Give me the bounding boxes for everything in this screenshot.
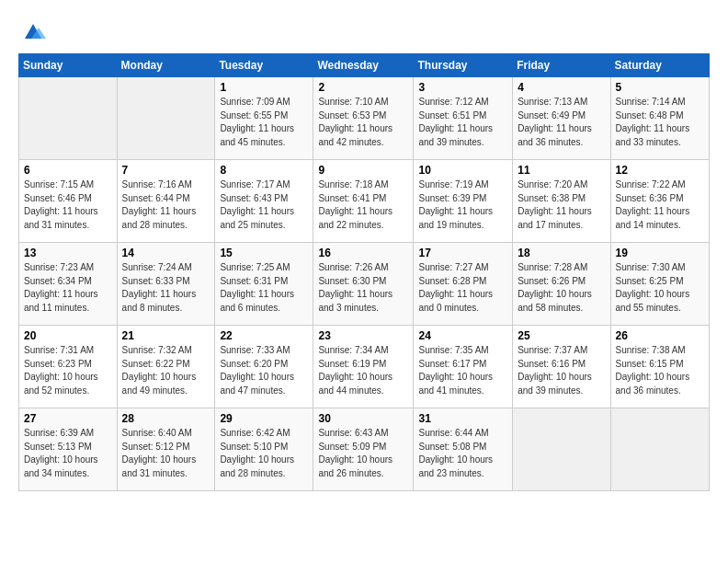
day-detail: Sunrise: 7:35 AMSunset: 6:17 PMDaylight:…: [418, 344, 507, 397]
day-detail: Sunrise: 7:23 AMSunset: 6:34 PMDaylight:…: [24, 261, 112, 315]
day-detail: Sunrise: 7:34 AMSunset: 6:19 PMDaylight:…: [318, 344, 408, 397]
column-header-tuesday: Tuesday: [215, 54, 313, 77]
calendar-cell: 16Sunrise: 7:26 AMSunset: 6:30 PMDayligh…: [313, 243, 414, 326]
day-number: 2: [318, 81, 408, 94]
calendar-cell: 13Sunrise: 7:23 AMSunset: 6:34 PMDayligh…: [19, 243, 118, 326]
day-detail: Sunrise: 7:19 AMSunset: 6:39 PMDaylight:…: [418, 178, 507, 232]
calendar-cell: 27Sunrise: 6:39 AMSunset: 5:13 PMDayligh…: [19, 408, 118, 491]
day-number: 24: [418, 329, 507, 342]
calendar-cell: 22Sunrise: 7:33 AMSunset: 6:20 PMDayligh…: [215, 326, 313, 408]
day-number: 21: [122, 329, 210, 342]
day-number: 16: [318, 247, 408, 259]
day-detail: Sunrise: 7:26 AMSunset: 6:30 PMDaylight:…: [318, 261, 408, 315]
calendar-week-2: 6Sunrise: 7:15 AMSunset: 6:46 PMDaylight…: [19, 160, 710, 243]
day-detail: Sunrise: 7:10 AMSunset: 6:53 PMDaylight:…: [318, 96, 408, 149]
column-header-saturday: Saturday: [610, 54, 709, 77]
calendar-cell: [117, 77, 215, 160]
calendar-cell: 17Sunrise: 7:27 AMSunset: 6:28 PMDayligh…: [414, 243, 513, 326]
calendar-cell: 20Sunrise: 7:31 AMSunset: 6:23 PMDayligh…: [19, 326, 118, 408]
column-header-thursday: Thursday: [414, 54, 513, 77]
day-detail: Sunrise: 6:40 AMSunset: 5:12 PMDaylight:…: [122, 427, 210, 480]
calendar-cell: 26Sunrise: 7:38 AMSunset: 6:15 PMDayligh…: [610, 326, 709, 408]
header-row: SundayMondayTuesdayWednesdayThursdayFrid…: [19, 54, 710, 77]
day-detail: Sunrise: 7:25 AMSunset: 6:31 PMDaylight:…: [220, 261, 308, 315]
day-detail: Sunrise: 7:33 AMSunset: 6:20 PMDaylight:…: [220, 344, 308, 397]
day-detail: Sunrise: 7:30 AMSunset: 6:25 PMDaylight:…: [616, 261, 704, 315]
calendar-week-5: 27Sunrise: 6:39 AMSunset: 5:13 PMDayligh…: [19, 408, 710, 491]
logo: [18, 18, 46, 44]
calendar-cell: 2Sunrise: 7:10 AMSunset: 6:53 PMDaylight…: [313, 77, 414, 160]
day-number: 18: [518, 247, 605, 259]
calendar-cell: [19, 77, 118, 160]
calendar-cell: 6Sunrise: 7:15 AMSunset: 6:46 PMDaylight…: [19, 160, 118, 243]
page-header: [18, 18, 710, 44]
day-number: 22: [220, 329, 308, 342]
day-number: 12: [616, 164, 704, 177]
calendar-cell: 8Sunrise: 7:17 AMSunset: 6:43 PMDaylight…: [215, 160, 313, 243]
day-number: 11: [518, 164, 605, 177]
day-detail: Sunrise: 7:22 AMSunset: 6:36 PMDaylight:…: [616, 178, 704, 232]
column-header-monday: Monday: [117, 54, 215, 77]
day-detail: Sunrise: 7:17 AMSunset: 6:43 PMDaylight:…: [220, 178, 308, 232]
day-detail: Sunrise: 7:16 AMSunset: 6:44 PMDaylight:…: [122, 178, 210, 232]
day-number: 23: [318, 329, 408, 342]
column-header-wednesday: Wednesday: [313, 54, 414, 77]
day-detail: Sunrise: 7:12 AMSunset: 6:51 PMDaylight:…: [418, 96, 507, 149]
calendar-cell: 12Sunrise: 7:22 AMSunset: 6:36 PMDayligh…: [610, 160, 709, 243]
day-number: 29: [220, 412, 308, 425]
calendar-cell: 29Sunrise: 6:42 AMSunset: 5:10 PMDayligh…: [215, 408, 313, 491]
calendar-cell: 5Sunrise: 7:14 AMSunset: 6:48 PMDaylight…: [610, 77, 709, 160]
calendar-cell: [610, 408, 709, 491]
day-detail: Sunrise: 6:43 AMSunset: 5:09 PMDaylight:…: [318, 427, 408, 480]
day-number: 19: [616, 247, 704, 259]
calendar-cell: 25Sunrise: 7:37 AMSunset: 6:16 PMDayligh…: [513, 326, 610, 408]
day-detail: Sunrise: 7:28 AMSunset: 6:26 PMDaylight:…: [518, 261, 605, 315]
day-detail: Sunrise: 7:31 AMSunset: 6:23 PMDaylight:…: [24, 344, 112, 397]
day-number: 31: [418, 412, 507, 425]
calendar-cell: 3Sunrise: 7:12 AMSunset: 6:51 PMDaylight…: [414, 77, 513, 160]
calendar-cell: 24Sunrise: 7:35 AMSunset: 6:17 PMDayligh…: [414, 326, 513, 408]
calendar-table: SundayMondayTuesdayWednesdayThursdayFrid…: [18, 53, 710, 491]
day-detail: Sunrise: 7:20 AMSunset: 6:38 PMDaylight:…: [518, 178, 605, 232]
calendar-cell: 14Sunrise: 7:24 AMSunset: 6:33 PMDayligh…: [117, 243, 215, 326]
calendar-cell: 10Sunrise: 7:19 AMSunset: 6:39 PMDayligh…: [414, 160, 513, 243]
calendar-week-4: 20Sunrise: 7:31 AMSunset: 6:23 PMDayligh…: [19, 326, 710, 408]
calendar-cell: 4Sunrise: 7:13 AMSunset: 6:49 PMDaylight…: [513, 77, 610, 160]
day-detail: Sunrise: 7:32 AMSunset: 6:22 PMDaylight:…: [122, 344, 210, 397]
day-detail: Sunrise: 7:38 AMSunset: 6:15 PMDaylight:…: [616, 344, 704, 397]
calendar-week-1: 1Sunrise: 7:09 AMSunset: 6:55 PMDaylight…: [19, 77, 710, 160]
day-detail: Sunrise: 7:09 AMSunset: 6:55 PMDaylight:…: [220, 96, 308, 149]
day-number: 17: [418, 247, 507, 259]
day-number: 10: [418, 164, 507, 177]
day-detail: Sunrise: 7:24 AMSunset: 6:33 PMDaylight:…: [122, 261, 210, 315]
day-number: 1: [220, 81, 308, 94]
calendar-cell: 31Sunrise: 6:44 AMSunset: 5:08 PMDayligh…: [414, 408, 513, 491]
calendar-cell: 18Sunrise: 7:28 AMSunset: 6:26 PMDayligh…: [513, 243, 610, 326]
day-detail: Sunrise: 7:27 AMSunset: 6:28 PMDaylight:…: [418, 261, 507, 315]
column-header-sunday: Sunday: [19, 54, 118, 77]
calendar-cell: [513, 408, 610, 491]
day-number: 7: [122, 164, 210, 177]
day-number: 14: [122, 247, 210, 259]
calendar-week-3: 13Sunrise: 7:23 AMSunset: 6:34 PMDayligh…: [19, 243, 710, 326]
day-detail: Sunrise: 7:18 AMSunset: 6:41 PMDaylight:…: [318, 178, 408, 232]
calendar-cell: 15Sunrise: 7:25 AMSunset: 6:31 PMDayligh…: [215, 243, 313, 326]
calendar-cell: 30Sunrise: 6:43 AMSunset: 5:09 PMDayligh…: [313, 408, 414, 491]
day-number: 8: [220, 164, 308, 177]
day-detail: Sunrise: 7:15 AMSunset: 6:46 PMDaylight:…: [24, 178, 112, 232]
day-detail: Sunrise: 7:37 AMSunset: 6:16 PMDaylight:…: [518, 344, 605, 397]
calendar-cell: 19Sunrise: 7:30 AMSunset: 6:25 PMDayligh…: [610, 243, 709, 326]
day-detail: Sunrise: 7:14 AMSunset: 6:48 PMDaylight:…: [616, 96, 704, 149]
column-header-friday: Friday: [513, 54, 610, 77]
day-number: 26: [616, 329, 704, 342]
day-number: 3: [418, 81, 507, 94]
day-number: 6: [24, 164, 112, 177]
day-number: 13: [24, 247, 112, 259]
calendar-cell: 9Sunrise: 7:18 AMSunset: 6:41 PMDaylight…: [313, 160, 414, 243]
day-number: 15: [220, 247, 308, 259]
day-number: 9: [318, 164, 408, 177]
day-detail: Sunrise: 6:44 AMSunset: 5:08 PMDaylight:…: [418, 427, 507, 480]
logo-icon: [20, 18, 46, 44]
calendar-cell: 7Sunrise: 7:16 AMSunset: 6:44 PMDaylight…: [117, 160, 215, 243]
day-detail: Sunrise: 6:42 AMSunset: 5:10 PMDaylight:…: [220, 427, 308, 480]
